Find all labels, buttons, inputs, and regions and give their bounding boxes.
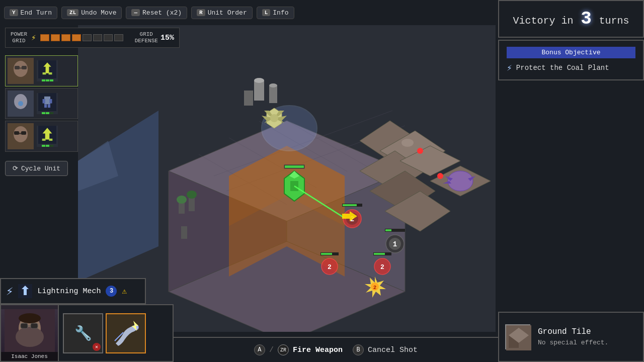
health-bar-1 [42,79,53,81]
svg-rect-17 [48,104,50,108]
svg-rect-15 [49,99,52,104]
power-bar [40,34,123,41]
svg-rect-21 [21,131,26,135]
end-turn-key-badge: Y [10,9,18,16]
cycle-unit-button[interactable]: ⟳ Cycle Unit [5,161,68,176]
mech-thumb-1 [37,60,58,81]
power-grid-panel: POWERGRID ⚡ GRIDDEFENSE 15% [5,28,180,48]
svg-rect-4 [20,67,22,69]
svg-point-102 [177,196,187,204]
unit-card-2[interactable] [5,88,78,119]
b-button-badge: B [353,344,364,355]
bonus-objective-title: Bonus Objective [507,47,635,58]
mech-level-badge: 3 [106,286,117,297]
victory-prefix: Victory in [513,15,574,27]
hp-seg [42,145,45,147]
svg-point-51 [417,148,423,154]
undo-move-button[interactable]: ZL Undo Move [61,7,122,19]
info-button[interactable]: L Info [257,7,294,19]
a-key-label: A [258,346,261,353]
pilot-portrait-image [1,309,58,352]
cancel-shot-action[interactable]: B Cancel Shot [353,344,418,355]
right-panel: Victory in 3 turns Bonus Objective ⚡ Pro… [498,0,644,80]
unit-card-3[interactable] [5,121,78,152]
power-seg-3 [61,34,70,41]
svg-rect-113 [31,323,38,328]
svg-rect-20 [14,131,19,135]
svg-point-115 [19,313,41,323]
svg-rect-13 [44,97,50,104]
svg-text:2: 2 [328,263,332,271]
victory-suffix: turns [599,15,629,27]
power-seg-5 [83,34,92,41]
power-seg-4 [72,34,81,41]
reset-button[interactable]: — Reset (x2) [126,7,187,19]
svg-rect-2 [15,66,20,69]
svg-rect-53 [254,80,264,101]
hp-seg [46,112,49,114]
victory-turns-number: 3 [581,9,592,29]
unit-list-panel [5,55,78,153]
zr-key-label: ZR [280,347,286,353]
pilot-portrait: Isaac Jones [1,305,59,361]
tile-name: Ground Tile [538,327,608,336]
svg-rect-91 [321,253,332,255]
info-key-badge: L [262,9,271,16]
b-key-label: B [356,346,360,353]
tile-icon [505,324,530,349]
svg-rect-112 [21,323,28,328]
svg-rect-95 [374,253,385,255]
unit-order-label: Unit Order [208,9,247,17]
ground-tile-info-panel: Ground Tile No special effect. [498,312,644,362]
hp-seg [42,112,45,114]
hp-seg [50,112,53,114]
svg-point-84 [448,171,473,191]
svg-rect-78 [343,204,357,206]
weapon-slot-2[interactable] [106,313,146,353]
undo-key-badge: ZL [67,9,78,16]
fire-weapon-action[interactable]: A / ZR Fire Weapon [254,344,343,355]
pilot-avatar-1 [8,58,34,84]
svg-point-56 [254,78,264,83]
unit-card-1[interactable] [5,55,78,86]
weapon-slots: 🔧 ✕ [59,305,150,361]
undo-move-label: Undo Move [81,9,116,17]
svg-rect-3 [22,66,27,69]
warning-icon: ⚠ [122,286,127,296]
hp-seg [46,79,49,81]
info-label: Info [273,9,288,17]
end-turn-button[interactable]: Y End Turn [4,7,57,19]
svg-rect-55 [244,90,253,106]
svg-rect-22 [19,133,21,134]
lightning-mech-bar: ⚡ Lightning Mech 3 ⚠ [0,278,146,304]
svg-text:1: 1 [393,240,397,248]
unit-order-button[interactable]: R Unit Order [191,7,253,19]
power-seg-8 [114,34,123,41]
hp-seg [42,79,45,81]
power-seg-1 [40,34,49,41]
bonus-objective-description: Protect the Coal Plant [516,64,609,72]
svg-rect-14 [43,99,45,104]
pilot-name: Isaac Jones [1,352,58,361]
svg-point-52 [437,173,443,179]
grid-defense-label: GRIDDEFENSE [135,31,158,44]
hp-seg [50,79,53,81]
health-bar-3 [42,145,53,147]
svg-point-66 [270,114,278,122]
mech-thumb-3 [37,126,58,147]
svg-point-105 [401,139,414,147]
svg-text:2: 2 [373,285,377,291]
svg-rect-25 [42,139,46,141]
weapon-slot-1[interactable]: 🔧 ✕ [63,313,103,353]
health-bar-2 [42,112,53,114]
power-seg-7 [104,34,113,41]
mech-thumb-2 [37,93,58,114]
svg-rect-101 [181,226,187,239]
victory-banner: Victory in 3 turns [498,0,644,38]
svg-rect-54 [269,85,277,103]
end-turn-label: End Turn [21,9,52,17]
bonus-bolt-icon: ⚡ [507,62,512,73]
reset-key-badge: — [131,9,140,16]
defense-percent: 15% [160,34,174,42]
cancel-shot-label: Cancel Shot [368,346,418,354]
